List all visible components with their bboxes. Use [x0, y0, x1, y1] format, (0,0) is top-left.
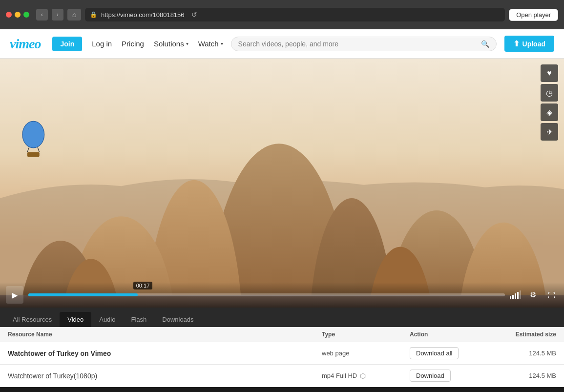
tab-flash[interactable]: Flash: [123, 312, 154, 327]
traffic-lights: [6, 12, 29, 18]
upload-icon: ⬆: [513, 39, 520, 48]
watch-dropdown-arrow: ▾: [221, 41, 223, 46]
pricing-link[interactable]: Pricing: [122, 40, 144, 48]
url-text: https://vimeo.com/108018156: [101, 11, 185, 19]
download-button[interactable]: Download: [410, 370, 451, 382]
resources-table: Resource Name Type Action Estimated size…: [0, 327, 564, 387]
table-header: Resource Name Type Action Estimated size: [0, 327, 564, 342]
vol-bar-1: [510, 296, 511, 299]
table-row: Watchtower of Turkey on Vimeo web page D…: [0, 342, 564, 365]
volume-indicator: [510, 290, 521, 299]
action-cell-1: Download: [410, 370, 488, 382]
vol-bar-2: [512, 295, 514, 299]
progress-bar-container[interactable]: 00:17: [28, 293, 505, 296]
resource-name-1: Watchtower of Turkey(1080p): [8, 372, 322, 380]
svg-rect-14: [27, 152, 40, 157]
browser-chrome: ‹ › ⌂ 🔒 https://vimeo.com/108018156 ↺ Op…: [0, 0, 564, 29]
address-bar[interactable]: 🔒 https://vimeo.com/108018156 ↺: [85, 8, 505, 21]
lock-icon: 🔒: [90, 11, 97, 18]
type-cell-1: mp4 Full HD ⬡: [322, 372, 410, 380]
tabs-bar: All Resources Video Audio Flash Download…: [0, 308, 564, 327]
fullscreen-button[interactable]: ⛶: [544, 288, 558, 302]
vol-bar-4: [517, 292, 519, 299]
watchlater-button[interactable]: ◷: [541, 84, 558, 102]
col-estimated-size: Estimated size: [488, 331, 556, 338]
progress-fill: [28, 293, 138, 296]
video-background: [0, 59, 564, 308]
site-header: vimeo Join Log in Pricing Solutions ▾ Wa…: [0, 29, 564, 59]
tab-all-resources[interactable]: All Resources: [5, 312, 60, 327]
reload-button[interactable]: ↺: [188, 11, 200, 19]
solutions-dropdown-arrow: ▾: [186, 41, 188, 46]
solutions-link[interactable]: Solutions ▾: [154, 40, 188, 48]
fullscreen-window-button[interactable]: [23, 12, 29, 18]
search-icon: 🔍: [481, 40, 489, 48]
minimize-window-button[interactable]: [15, 12, 21, 18]
vol-bar-3: [515, 293, 516, 299]
settings-button[interactable]: ⚙: [526, 288, 540, 302]
tab-video[interactable]: Video: [60, 312, 91, 327]
action-cell-0: Download all: [410, 347, 488, 359]
collections-button[interactable]: ◈: [541, 103, 558, 121]
tab-downloads[interactable]: Downloads: [154, 312, 201, 327]
time-tooltip: 00:17: [133, 282, 153, 289]
login-link[interactable]: Log in: [92, 40, 112, 48]
forward-button[interactable]: ›: [52, 9, 63, 21]
open-player-button[interactable]: Open player: [509, 9, 558, 21]
home-button[interactable]: ⌂: [67, 9, 81, 21]
back-button[interactable]: ‹: [36, 9, 48, 21]
col-action: Action: [410, 331, 488, 338]
resource-name-0: Watchtower of Turkey on Vimeo: [8, 350, 322, 357]
resource-size-1: 124.5 MB: [488, 372, 556, 379]
join-button[interactable]: Join: [52, 37, 82, 51]
close-window-button[interactable]: [6, 12, 12, 18]
vol-bar-5: [520, 290, 521, 299]
tab-audio[interactable]: Audio: [91, 312, 123, 327]
col-type: Type: [322, 331, 410, 338]
quality-icon[interactable]: ⬡: [360, 372, 366, 380]
resource-type-0: web page: [322, 350, 410, 357]
resource-type-1: mp4 Full HD: [322, 372, 357, 379]
col-resource-name: Resource Name: [8, 331, 322, 338]
table-row: Watchtower of Turkey(1080p) mp4 Full HD …: [0, 365, 564, 387]
download-all-button[interactable]: Download all: [410, 347, 459, 359]
play-button[interactable]: ▶: [6, 286, 23, 304]
share-button[interactable]: ✈: [541, 123, 558, 141]
vimeo-logo[interactable]: vimeo: [10, 36, 41, 52]
side-action-icons: ♥ ◷ ◈ ✈: [541, 64, 558, 141]
search-input[interactable]: [238, 40, 477, 48]
resource-size-0: 124.5 MB: [488, 350, 556, 357]
like-button[interactable]: ♥: [541, 64, 558, 82]
watch-link[interactable]: Watch ▾: [198, 40, 223, 48]
video-player: ♥ ◷ ◈ ✈ ▶ 00:17 ⚙ ⛶: [0, 59, 564, 308]
main-nav: Log in Pricing Solutions ▾ Watch ▾: [92, 40, 223, 48]
video-frame: [0, 59, 564, 308]
upload-button[interactable]: ⬆ Upload: [504, 36, 554, 52]
svg-point-11: [22, 121, 44, 148]
player-controls: ▶ 00:17 ⚙ ⛶: [0, 282, 564, 308]
search-bar[interactable]: 🔍: [231, 37, 497, 51]
